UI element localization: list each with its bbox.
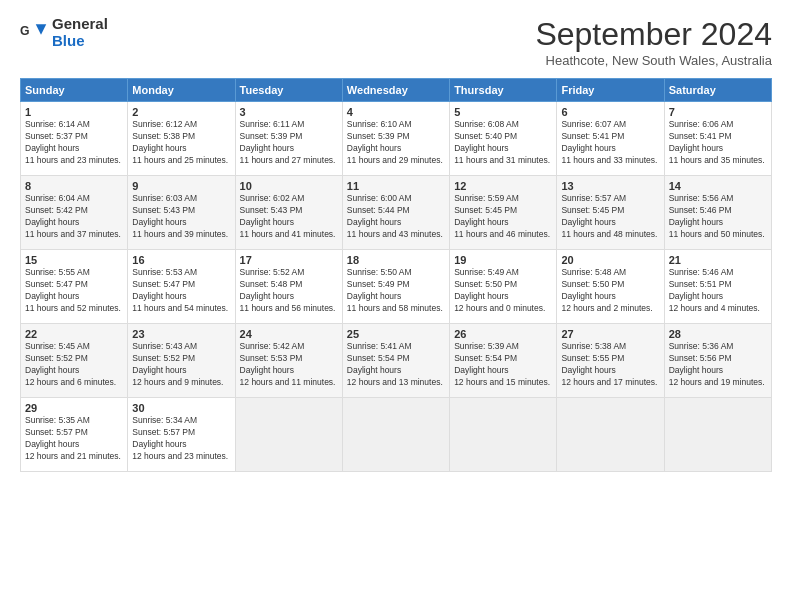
table-row: 5 Sunrise: 6:08 AMSunset: 5:40 PMDayligh… [450,102,557,176]
day-number: 28 [669,328,767,340]
location-subtitle: Heathcote, New South Wales, Australia [535,53,772,68]
day-number: 13 [561,180,659,192]
day-info: Sunrise: 6:07 AMSunset: 5:41 PMDaylight … [561,119,657,165]
table-row: 15 Sunrise: 5:55 AMSunset: 5:47 PMDaylig… [21,250,128,324]
day-number: 20 [561,254,659,266]
table-row: 22 Sunrise: 5:45 AMSunset: 5:52 PMDaylig… [21,324,128,398]
day-info: Sunrise: 5:39 AMSunset: 5:54 PMDaylight … [454,341,550,387]
table-row: 20 Sunrise: 5:48 AMSunset: 5:50 PMDaylig… [557,250,664,324]
page-header: G General Blue September 2024 Heathcote,… [20,16,772,68]
day-number: 3 [240,106,338,118]
day-number: 25 [347,328,445,340]
logo-icon: G [20,19,48,47]
table-row: 9 Sunrise: 6:03 AMSunset: 5:43 PMDayligh… [128,176,235,250]
table-row: 24 Sunrise: 5:42 AMSunset: 5:53 PMDaylig… [235,324,342,398]
table-row: 11 Sunrise: 6:00 AMSunset: 5:44 PMDaylig… [342,176,449,250]
day-info: Sunrise: 5:36 AMSunset: 5:56 PMDaylight … [669,341,765,387]
day-number: 29 [25,402,123,414]
day-info: Sunrise: 5:56 AMSunset: 5:46 PMDaylight … [669,193,765,239]
table-row [557,398,664,472]
day-info: Sunrise: 5:55 AMSunset: 5:47 PMDaylight … [25,267,121,313]
day-number: 1 [25,106,123,118]
table-row: 12 Sunrise: 5:59 AMSunset: 5:45 PMDaylig… [450,176,557,250]
table-row: 13 Sunrise: 5:57 AMSunset: 5:45 PMDaylig… [557,176,664,250]
day-info: Sunrise: 6:00 AMSunset: 5:44 PMDaylight … [347,193,443,239]
day-number: 5 [454,106,552,118]
day-number: 14 [669,180,767,192]
table-row: 26 Sunrise: 5:39 AMSunset: 5:54 PMDaylig… [450,324,557,398]
day-info: Sunrise: 5:59 AMSunset: 5:45 PMDaylight … [454,193,550,239]
day-info: Sunrise: 6:11 AMSunset: 5:39 PMDaylight … [240,119,336,165]
day-number: 23 [132,328,230,340]
svg-text:G: G [20,23,30,37]
day-number: 19 [454,254,552,266]
day-info: Sunrise: 6:06 AMSunset: 5:41 PMDaylight … [669,119,765,165]
day-info: Sunrise: 5:46 AMSunset: 5:51 PMDaylight … [669,267,760,313]
col-tuesday: Tuesday [235,79,342,102]
table-row: 28 Sunrise: 5:36 AMSunset: 5:56 PMDaylig… [664,324,771,398]
col-thursday: Thursday [450,79,557,102]
table-row: 7 Sunrise: 6:06 AMSunset: 5:41 PMDayligh… [664,102,771,176]
day-info: Sunrise: 6:12 AMSunset: 5:38 PMDaylight … [132,119,228,165]
day-info: Sunrise: 5:35 AMSunset: 5:57 PMDaylight … [25,415,121,461]
day-info: Sunrise: 5:34 AMSunset: 5:57 PMDaylight … [132,415,228,461]
table-row [342,398,449,472]
day-info: Sunrise: 5:50 AMSunset: 5:49 PMDaylight … [347,267,443,313]
logo-text: General Blue [52,16,108,49]
day-info: Sunrise: 5:42 AMSunset: 5:53 PMDaylight … [240,341,336,387]
table-row: 10 Sunrise: 6:02 AMSunset: 5:43 PMDaylig… [235,176,342,250]
table-row: 18 Sunrise: 5:50 AMSunset: 5:49 PMDaylig… [342,250,449,324]
table-row: 25 Sunrise: 5:41 AMSunset: 5:54 PMDaylig… [342,324,449,398]
day-number: 17 [240,254,338,266]
day-number: 21 [669,254,767,266]
table-row: 19 Sunrise: 5:49 AMSunset: 5:50 PMDaylig… [450,250,557,324]
day-info: Sunrise: 5:49 AMSunset: 5:50 PMDaylight … [454,267,545,313]
month-title: September 2024 [535,16,772,53]
table-row: 1 Sunrise: 6:14 AMSunset: 5:37 PMDayligh… [21,102,128,176]
table-row: 27 Sunrise: 5:38 AMSunset: 5:55 PMDaylig… [557,324,664,398]
day-info: Sunrise: 6:10 AMSunset: 5:39 PMDaylight … [347,119,443,165]
day-info: Sunrise: 5:41 AMSunset: 5:54 PMDaylight … [347,341,443,387]
day-info: Sunrise: 5:57 AMSunset: 5:45 PMDaylight … [561,193,657,239]
day-info: Sunrise: 6:02 AMSunset: 5:43 PMDaylight … [240,193,336,239]
day-info: Sunrise: 6:04 AMSunset: 5:42 PMDaylight … [25,193,121,239]
day-number: 18 [347,254,445,266]
calendar-page: G General Blue September 2024 Heathcote,… [0,0,792,612]
day-number: 7 [669,106,767,118]
day-info: Sunrise: 5:45 AMSunset: 5:52 PMDaylight … [25,341,116,387]
day-number: 8 [25,180,123,192]
col-friday: Friday [557,79,664,102]
logo-blue: Blue [52,33,108,50]
day-number: 16 [132,254,230,266]
day-info: Sunrise: 5:53 AMSunset: 5:47 PMDaylight … [132,267,228,313]
logo-general: General [52,16,108,33]
table-row: 21 Sunrise: 5:46 AMSunset: 5:51 PMDaylig… [664,250,771,324]
col-monday: Monday [128,79,235,102]
table-row: 30 Sunrise: 5:34 AMSunset: 5:57 PMDaylig… [128,398,235,472]
day-info: Sunrise: 5:38 AMSunset: 5:55 PMDaylight … [561,341,657,387]
day-number: 24 [240,328,338,340]
table-row: 16 Sunrise: 5:53 AMSunset: 5:47 PMDaylig… [128,250,235,324]
day-number: 26 [454,328,552,340]
title-block: September 2024 Heathcote, New South Wale… [535,16,772,68]
table-row: 17 Sunrise: 5:52 AMSunset: 5:48 PMDaylig… [235,250,342,324]
table-row [664,398,771,472]
svg-marker-1 [36,24,47,35]
day-number: 9 [132,180,230,192]
table-row: 14 Sunrise: 5:56 AMSunset: 5:46 PMDaylig… [664,176,771,250]
col-sunday: Sunday [21,79,128,102]
day-info: Sunrise: 5:52 AMSunset: 5:48 PMDaylight … [240,267,336,313]
table-row: 3 Sunrise: 6:11 AMSunset: 5:39 PMDayligh… [235,102,342,176]
day-number: 12 [454,180,552,192]
table-row: 29 Sunrise: 5:35 AMSunset: 5:57 PMDaylig… [21,398,128,472]
table-row: 4 Sunrise: 6:10 AMSunset: 5:39 PMDayligh… [342,102,449,176]
day-number: 6 [561,106,659,118]
day-info: Sunrise: 6:14 AMSunset: 5:37 PMDaylight … [25,119,121,165]
table-row [450,398,557,472]
table-row [235,398,342,472]
day-number: 2 [132,106,230,118]
day-number: 30 [132,402,230,414]
day-info: Sunrise: 5:48 AMSunset: 5:50 PMDaylight … [561,267,652,313]
day-number: 27 [561,328,659,340]
day-number: 15 [25,254,123,266]
